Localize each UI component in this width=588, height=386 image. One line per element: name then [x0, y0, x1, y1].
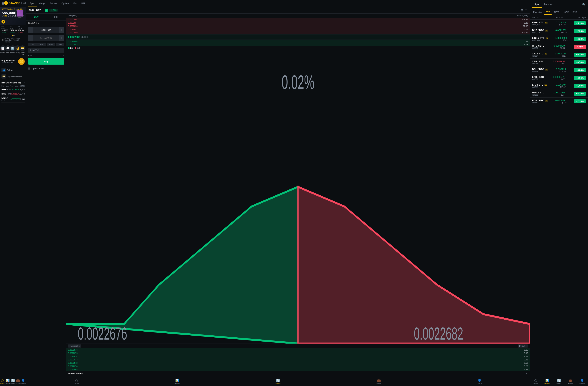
avbl-value: -- — [63, 54, 64, 56]
chevron-right-icon[interactable]: › — [24, 81, 25, 84]
collapse-icon[interactable]: ⌃ — [525, 372, 528, 376]
tab-row: Spot Margin Futures Options Fiat P2P — [26, 0, 530, 7]
dot-1 — [12, 35, 13, 36]
right-nav-trades[interactable]: 🔄 Trades — [553, 377, 565, 386]
mid-nav-funds[interactable]: 💼 Funds — [328, 377, 429, 386]
right-nav-markets[interactable]: 📊 Markets — [542, 377, 553, 386]
order-form: Buy Sell Limit Order ▾ − + − + — [26, 14, 66, 377]
list-item[interactable]: LINK / BTC 5x Vol 1,389 0.00050936 $3.65… — [530, 35, 588, 43]
pair-quote-bnb: / BTC — [7, 93, 11, 95]
bid-price-8: 0.0022670 — [68, 365, 82, 367]
filter-alts[interactable]: ALTS — [552, 10, 561, 15]
pair-dropdown-icon[interactable]: ▾ — [42, 9, 43, 12]
table-row[interactable]: LINK / BTC 0.00050936 1,389 — [1, 96, 25, 103]
pl-change-eos: +2.10% — [574, 100, 586, 103]
total-row[interactable]: Total(BTC) — [28, 48, 64, 53]
tab-spot[interactable]: Spot — [28, 0, 37, 7]
settings-icon[interactable]: ☰ — [525, 9, 527, 12]
list-item[interactable]: LRC / BTC Vol 596 0.00000473 $0.03 +4.64… — [530, 74, 588, 82]
filter-favorites[interactable]: Favorites — [531, 10, 544, 15]
tab-p2p[interactable]: P2P — [79, 0, 88, 7]
right-nav-funds[interactable]: 💼 Funds — [565, 377, 576, 386]
list-item[interactable]: BCH / BTC 5x Vol 659 0.033224 $238.61 +0… — [530, 66, 588, 74]
quick-action-futures[interactable]: 📈 Futures — [1, 45, 5, 55]
chart-toggle-icon[interactable]: ⊞ — [521, 9, 523, 12]
amount-input[interactable] — [33, 37, 59, 39]
buy-button[interactable]: Buy — [28, 58, 64, 64]
price-increase-btn[interactable]: + — [59, 27, 64, 33]
ask-price-2: 0.0022694 — [68, 22, 82, 24]
pl-pair-name-bnb: BNB / BTC 5x — [532, 29, 548, 32]
list-item[interactable]: LTC / BTC 5x Vol 531 0.006040 $43.37 +1.… — [530, 82, 588, 90]
sf-tab-futures[interactable]: Futures — [542, 1, 555, 8]
sf-tab-spot[interactable]: Spot — [532, 1, 542, 8]
buy-sell-tabs: Buy Sell — [26, 14, 66, 20]
list-item[interactable]: ETH / BTC 5x Vol 6,276 0.025405 $182.45 … — [530, 20, 588, 27]
tab-fiat[interactable]: Fiat — [71, 0, 79, 7]
buy-tab[interactable]: Buy — [26, 14, 46, 20]
price-input[interactable] — [33, 29, 59, 31]
list-item[interactable]: WTC / BTC Vol 992 0.0000429 $0.30 -4.45% — [530, 43, 588, 51]
tab-futures[interactable]: Futures — [47, 0, 59, 7]
trades-icon: 🔄 — [11, 379, 15, 383]
nav-home[interactable]: ⬡ Home — [0, 377, 5, 386]
list-item[interactable]: EOS / BTC 5x Vol 480 0.0000271 $0.19 +2.… — [530, 98, 588, 105]
list-item[interactable]: XTZ / BTC 5x Vol 954 0.0003166 $2.27 +5.… — [530, 51, 588, 59]
pct-100-btn[interactable]: 100% — [56, 43, 64, 46]
amount-decrease-btn[interactable]: − — [28, 35, 33, 41]
quick-action-chat[interactable]: 💬 Chat — [6, 45, 10, 55]
quick-action-creditcard[interactable]: 💳 Credit Card — [21, 45, 25, 55]
nav-markets[interactable]: 📊 Markets — [5, 377, 11, 386]
bid-price-7: 0.0022672 — [68, 362, 82, 364]
open-orders-section[interactable]: ☰ Open Orders — [26, 66, 66, 71]
right-nav-home[interactable]: ⬡ Home — [530, 377, 542, 386]
chart-controls: 7 Decimals ▾ Default ▾ — [66, 344, 530, 348]
buy-vendors-item[interactable]: 💳 Buy From Vendors — [1, 73, 25, 80]
table-row[interactable]: ETH / BTC 0.025406 6,275 — [1, 88, 25, 92]
ob-bid-row: 0.0022674 1.01 — [66, 355, 530, 358]
pl-change-bnb: +2.24% — [574, 29, 586, 33]
pl-price-usd-ltc: $43.37 — [556, 86, 566, 88]
ask-amount-1: 123.82 — [517, 19, 528, 21]
filter-bnb[interactable]: BNB — [571, 10, 579, 15]
price-decrease-btn[interactable]: − — [28, 27, 33, 33]
bid-amount-3: 5.15 — [517, 349, 528, 351]
tab-margin[interactable]: Margin — [37, 0, 48, 7]
order-type-row[interactable]: Limit Order ▾ — [26, 20, 66, 26]
amount-increase-btn[interactable]: + — [59, 35, 64, 41]
referral-section: 👥 Referral 💳 Buy From Vendors — [0, 66, 26, 80]
filter-btc[interactable]: BTC — [544, 10, 552, 15]
nav-trades[interactable]: 🔄 Trades — [11, 377, 16, 386]
sell-tab[interactable]: Sell — [46, 14, 66, 20]
mid-nav-markets[interactable]: 📊 Markets — [127, 377, 228, 386]
nav-account[interactable]: 👤 Account — [20, 377, 26, 386]
pct-50-btn[interactable]: 50% — [37, 43, 46, 46]
nav-funds[interactable]: 💼 Funds — [16, 377, 20, 386]
ltc-badge: 5x — [545, 84, 547, 86]
mid-nav-home[interactable]: ⬡ Home — [26, 377, 127, 386]
right-nav-account[interactable]: 👤 Account — [576, 377, 588, 386]
search-icon-right[interactable]: 🔍 — [582, 3, 586, 6]
decimals-btn[interactable]: 7 Decimals ▾ — [68, 345, 81, 347]
mid-nav-account[interactable]: 👤 Account — [429, 377, 530, 386]
quick-action-deposit[interactable]: ⬆️ Deposit — [11, 45, 15, 55]
pct-25-btn[interactable]: 25% — [28, 43, 37, 46]
filter-usd[interactable]: USD© — [561, 10, 570, 15]
table-row[interactable]: BNB / BTC 0.0022676 2,778 — [1, 92, 25, 96]
tab-options[interactable]: Options — [59, 0, 71, 7]
bid-amount-8: 0.26 — [517, 365, 528, 367]
pl-price-usd-xtz: $2.27 — [555, 55, 566, 57]
list-item[interactable]: WRX / BTC Vol 508 0.00001985 $0.14 +4.25… — [530, 90, 588, 98]
list-item[interactable]: XRP / BTC Vol 765 0.00002688 $0.19 +0.56… — [530, 59, 588, 66]
ob-bid-row: 0.0022672 0.50 — [66, 361, 530, 365]
quick-action-lending[interactable]: 💰 Lending — [16, 45, 20, 55]
list-item[interactable]: BNB / BTC 5x Vol 2,779 0.0022689 $16.29 … — [530, 27, 588, 35]
mid-nav-trades[interactable]: 🔄 Trades — [228, 377, 329, 386]
buy-card-left: Buy with card Visa/Mastercard — [1, 60, 15, 63]
pl-price-eth: 0.025405 — [556, 21, 566, 24]
pct-75-btn[interactable]: 75% — [47, 43, 55, 46]
pl-price-usd-link: $3.65 — [555, 39, 567, 41]
display-btn[interactable]: Default ▾ — [518, 345, 528, 347]
referral-item[interactable]: 👥 Referral — [1, 67, 25, 73]
pl-price-area-wtc: 0.0000429 $0.30 — [553, 44, 565, 49]
